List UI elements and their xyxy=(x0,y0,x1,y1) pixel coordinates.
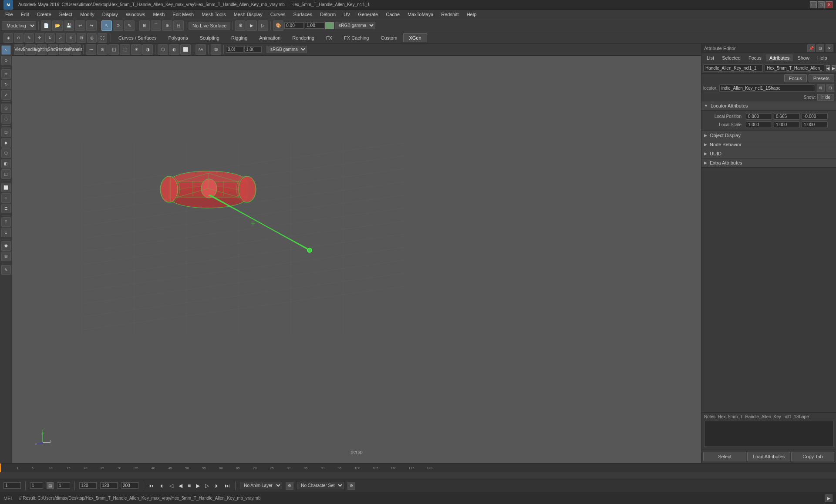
menu-modify[interactable]: Modify xyxy=(77,11,98,18)
tab-rigging[interactable]: Rigging xyxy=(226,33,253,42)
locator-btn-2[interactable]: ⊡ xyxy=(826,84,834,92)
render-settings-btn[interactable]: ⚙ xyxy=(235,20,246,31)
maximize-button[interactable]: □ xyxy=(818,1,825,8)
renderer-menu-btn[interactable]: Renderer xyxy=(59,44,70,55)
menu-maxtomaya[interactable]: MaxToMaya xyxy=(404,11,437,18)
next-keyframe-btn[interactable]: ▷ xyxy=(204,483,210,489)
workspace-selector[interactable]: Modeling xyxy=(2,21,36,30)
undo-btn[interactable]: ↩ xyxy=(75,20,85,31)
tab-icon-2[interactable]: ⊙ xyxy=(14,33,24,43)
render-btn[interactable]: ▶ xyxy=(246,20,257,31)
xray-btn[interactable]: ⊠ xyxy=(211,44,221,55)
gamma-select[interactable]: sRGB gamma xyxy=(335,22,375,29)
aa-btn[interactable]: AA xyxy=(196,44,206,55)
locator-value-input[interactable] xyxy=(719,84,815,92)
local-position-y[interactable] xyxy=(774,113,800,120)
attr-tab-help[interactable]: Help xyxy=(814,54,831,61)
attr-nav-next[interactable]: ▶ xyxy=(832,65,836,71)
lasso-select-btn[interactable]: ⊙ xyxy=(113,20,123,31)
color-space-select[interactable]: sRGB gamma xyxy=(266,46,307,53)
mel-input[interactable] xyxy=(19,496,822,501)
node-behavior-section-header[interactable]: ▶ Node Behavior xyxy=(701,140,836,149)
local-scale-y[interactable] xyxy=(774,121,800,128)
tab-sculpting[interactable]: Sculpting xyxy=(194,33,225,42)
attr-tab-show[interactable]: Show xyxy=(794,54,813,61)
gamma-value-field[interactable] xyxy=(305,22,324,29)
menu-deform[interactable]: Deform xyxy=(317,11,339,18)
local-scale-x[interactable] xyxy=(746,121,772,128)
vertex-mode-btn[interactable]: ◆ xyxy=(1,138,11,148)
open-scene-btn[interactable]: 📂 xyxy=(52,20,63,31)
face-mode-btn[interactable]: ◧ xyxy=(1,159,11,168)
anim-sublayer-input[interactable] xyxy=(57,482,70,489)
extrude-btn[interactable]: ⤒ xyxy=(1,217,11,227)
tab-icon-4[interactable]: ✛ xyxy=(35,33,44,43)
character-set-select[interactable]: No Character Set xyxy=(297,482,344,489)
menu-mesh-display[interactable]: Mesh Display xyxy=(230,11,266,18)
redo-btn[interactable]: ↪ xyxy=(86,20,97,31)
select-tool-btn[interactable]: ↖ xyxy=(101,20,112,31)
anim-layer-settings-btn[interactable]: ⚙ xyxy=(286,482,293,490)
start-frame-input[interactable] xyxy=(79,482,97,489)
shading-btn[interactable]: ◱ xyxy=(108,44,119,55)
tab-animation[interactable]: Animation xyxy=(253,33,286,42)
shadow-btn[interactable]: ◑ xyxy=(142,44,153,55)
current-frame-input[interactable] xyxy=(3,482,21,489)
menu-mesh[interactable]: Mesh xyxy=(149,11,168,18)
node-selector-input-2[interactable] xyxy=(765,64,824,72)
menu-surfaces[interactable]: Surfaces xyxy=(290,11,316,18)
soft-sel-btn[interactable]: ◌ xyxy=(1,114,11,124)
locator-btn-1[interactable]: ⊠ xyxy=(817,84,825,92)
sculpt-btn[interactable]: ✎ xyxy=(1,265,11,275)
uuid-section-header[interactable]: ▶ UUID xyxy=(701,149,836,158)
menu-mesh-tools[interactable]: Mesh Tools xyxy=(198,11,229,18)
attr-tab-focus[interactable]: Focus xyxy=(745,54,765,61)
move-tool-btn[interactable]: ✛ xyxy=(1,69,11,79)
poly-cube-btn[interactable]: ⬜ xyxy=(1,183,11,192)
node-selector-input-1[interactable] xyxy=(703,64,763,72)
tab-icon-7[interactable]: ⊕ xyxy=(66,33,76,43)
menu-edit[interactable]: Edit xyxy=(17,11,33,18)
lasso-tool-btn[interactable]: ⊙ xyxy=(1,56,11,65)
load-attributes-btn[interactable]: Load Attributes xyxy=(747,452,790,461)
menu-generate[interactable]: Generate xyxy=(354,11,381,18)
bridge-btn[interactable]: ⤓ xyxy=(1,228,11,237)
tab-icon-1[interactable]: ◈ xyxy=(3,33,13,43)
menu-redshift[interactable]: Redshift xyxy=(438,11,462,18)
attr-tab-selected[interactable]: Selected xyxy=(718,54,744,61)
ipr-render-btn[interactable]: ▷ xyxy=(258,20,268,31)
object-display-section-header[interactable]: ▶ Object Display xyxy=(701,131,836,140)
snap-view-btn[interactable]: ⌸ xyxy=(173,20,184,31)
new-scene-btn[interactable]: 📄 xyxy=(41,20,51,31)
viewport-canvas[interactable]: persp x y z xyxy=(12,56,701,463)
texture-btn[interactable]: ⬚ xyxy=(120,44,130,55)
snap-curve-btn[interactable]: ⌒ xyxy=(151,20,161,31)
menu-help[interactable]: Help xyxy=(463,11,480,18)
bevel-btn[interactable]: ⬟ xyxy=(1,241,11,251)
select-btn[interactable]: Select xyxy=(703,452,746,461)
tab-polygons[interactable]: Polygons xyxy=(162,33,193,42)
insert-edgeloop-btn[interactable]: ⊟ xyxy=(1,252,11,261)
menu-file[interactable]: File xyxy=(2,11,17,18)
hide-btn[interactable]: Hide xyxy=(817,94,834,101)
menu-create[interactable]: Create xyxy=(34,11,55,18)
attr-editor-close-btn[interactable]: ✕ xyxy=(826,44,833,52)
select-by-hierarchy-btn[interactable]: ⊸ xyxy=(86,44,96,55)
char-set-settings-btn[interactable]: ⚙ xyxy=(347,482,355,490)
component-mode-btn[interactable]: ⊡ xyxy=(1,128,11,137)
local-position-z[interactable] xyxy=(802,113,828,120)
tab-custom[interactable]: Custom xyxy=(375,33,403,42)
close-button[interactable]: ✕ xyxy=(826,1,833,8)
copy-tab-btn[interactable]: Copy Tab xyxy=(791,452,834,461)
anim-frame-input[interactable] xyxy=(30,482,43,489)
bounding-box-btn[interactable]: ⬜ xyxy=(180,44,191,55)
tab-xgen[interactable]: XGen xyxy=(403,33,427,42)
range-end-input[interactable] xyxy=(121,482,138,489)
go-end-btn[interactable]: ⏭ xyxy=(224,483,231,489)
menu-display[interactable]: Display xyxy=(99,11,121,18)
attr-editor-pin-btn[interactable]: 📌 xyxy=(807,44,815,52)
mel-run-btn[interactable]: ▶ xyxy=(825,494,833,502)
step-forward-btn[interactable]: ⏵ xyxy=(213,483,220,489)
tab-icon-9[interactable]: ◎ xyxy=(87,33,97,43)
panels-menu-btn[interactable]: Panels xyxy=(71,44,81,55)
